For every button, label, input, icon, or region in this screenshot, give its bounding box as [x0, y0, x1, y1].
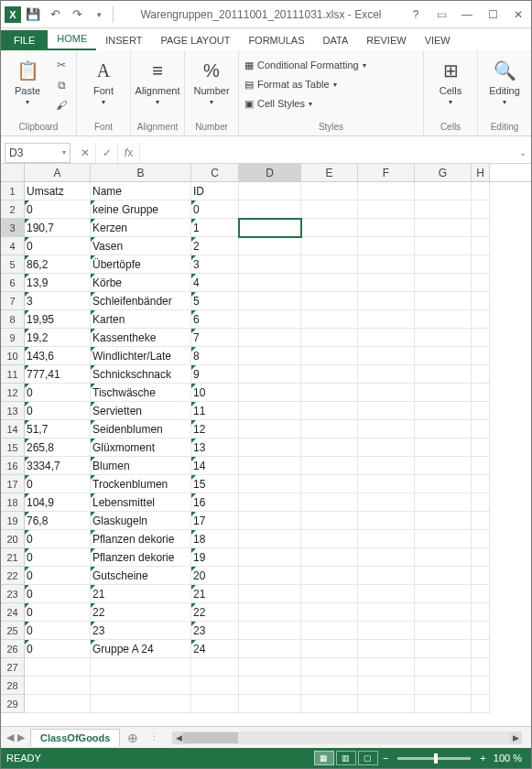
- cell-E19[interactable]: [301, 512, 358, 530]
- cell-E6[interactable]: [301, 274, 358, 292]
- qat-customize-icon[interactable]: ▾: [89, 5, 109, 25]
- cell-G13[interactable]: [415, 402, 472, 420]
- cell-E22[interactable]: [301, 567, 358, 585]
- cell-A13[interactable]: 0: [25, 402, 91, 420]
- save-icon[interactable]: 💾: [23, 5, 43, 25]
- cell-D4[interactable]: [239, 237, 301, 255]
- cell-E20[interactable]: [301, 530, 358, 548]
- col-header-A[interactable]: A: [25, 164, 91, 181]
- cell-B13[interactable]: Servietten: [91, 402, 191, 420]
- cell-styles-button[interactable]: ▣Cell Styles ▾: [244, 94, 312, 113]
- cell-H5[interactable]: [472, 255, 490, 274]
- cell-D7[interactable]: [239, 292, 301, 310]
- cell-H12[interactable]: [472, 384, 490, 402]
- cell-A15[interactable]: 265,8: [25, 439, 91, 457]
- cell-A16[interactable]: 3334,7: [25, 457, 91, 475]
- cell-G14[interactable]: [415, 420, 472, 439]
- maximize-icon[interactable]: ☐: [480, 5, 505, 25]
- cell-E8[interactable]: [301, 310, 358, 329]
- cell-G24[interactable]: [415, 603, 472, 622]
- cell-E2[interactable]: [301, 200, 358, 219]
- cell-C4[interactable]: 2: [191, 237, 239, 255]
- cell-F25[interactable]: [358, 622, 415, 640]
- cell-F29[interactable]: [358, 695, 415, 713]
- cell-E4[interactable]: [301, 237, 358, 255]
- cell-B16[interactable]: Blumen: [91, 457, 191, 475]
- cell-A17[interactable]: 0: [25, 475, 91, 493]
- cell-F13[interactable]: [358, 402, 415, 420]
- cell-G1[interactable]: [415, 182, 472, 200]
- cell-F27[interactable]: [358, 658, 415, 677]
- cell-D8[interactable]: [239, 310, 301, 329]
- cell-H2[interactable]: [472, 200, 490, 219]
- cell-B7[interactable]: Schleifenbänder: [91, 292, 191, 310]
- cell-D12[interactable]: [239, 384, 301, 402]
- cell-F22[interactable]: [358, 567, 415, 585]
- cancel-formula-icon[interactable]: ✕: [74, 143, 96, 163]
- cell-B6[interactable]: Körbe: [91, 274, 191, 292]
- cell-B21[interactable]: Pflanzen dekorie: [91, 548, 191, 567]
- cell-A14[interactable]: 51,7: [25, 420, 91, 439]
- cell-G16[interactable]: [415, 457, 472, 475]
- zoom-in-icon[interactable]: +: [476, 753, 489, 764]
- cell-F23[interactable]: [358, 585, 415, 603]
- col-header-D[interactable]: D: [239, 164, 301, 181]
- cell-E10[interactable]: [301, 347, 358, 365]
- cell-B27[interactable]: [91, 658, 191, 677]
- cell-F16[interactable]: [358, 457, 415, 475]
- cell-D19[interactable]: [239, 512, 301, 530]
- cell-A28[interactable]: [25, 677, 91, 695]
- row-header[interactable]: 23: [1, 585, 25, 603]
- tab-file[interactable]: FILE: [1, 30, 48, 50]
- number-button[interactable]: %Number▾: [190, 56, 233, 106]
- cell-G6[interactable]: [415, 274, 472, 292]
- cell-F3[interactable]: [358, 219, 415, 237]
- cell-G9[interactable]: [415, 329, 472, 347]
- cell-H24[interactable]: [472, 603, 490, 622]
- row-header[interactable]: 25: [1, 622, 25, 640]
- excel-icon[interactable]: X: [5, 6, 21, 23]
- cell-B3[interactable]: Kerzen: [91, 219, 191, 237]
- cell-C12[interactable]: 10: [191, 384, 239, 402]
- cell-H15[interactable]: [472, 439, 490, 457]
- cell-C15[interactable]: 13: [191, 439, 239, 457]
- cell-A3[interactable]: 190,7: [25, 219, 91, 237]
- cell-E24[interactable]: [301, 603, 358, 622]
- cell-F14[interactable]: [358, 420, 415, 439]
- scroll-right-icon[interactable]: ▶: [509, 731, 522, 744]
- cell-B11[interactable]: Schnickschnack: [91, 365, 191, 384]
- cell-E29[interactable]: [301, 695, 358, 713]
- cell-G17[interactable]: [415, 475, 472, 493]
- cell-H9[interactable]: [472, 329, 490, 347]
- cell-F18[interactable]: [358, 493, 415, 512]
- font-button[interactable]: AFont▾: [82, 56, 125, 106]
- cell-A20[interactable]: 0: [25, 530, 91, 548]
- horizontal-scrollbar[interactable]: ◀ ▶: [172, 731, 522, 744]
- cell-A25[interactable]: 0: [25, 622, 91, 640]
- cell-H23[interactable]: [472, 585, 490, 603]
- cell-G20[interactable]: [415, 530, 472, 548]
- cell-F12[interactable]: [358, 384, 415, 402]
- cell-G25[interactable]: [415, 622, 472, 640]
- cell-E12[interactable]: [301, 384, 358, 402]
- row-header[interactable]: 8: [1, 310, 25, 329]
- fx-icon[interactable]: fx: [118, 143, 140, 163]
- name-box[interactable]: D3▾: [5, 143, 71, 163]
- cell-G19[interactable]: [415, 512, 472, 530]
- cell-C24[interactable]: 22: [191, 603, 239, 622]
- cell-D24[interactable]: [239, 603, 301, 622]
- cell-E16[interactable]: [301, 457, 358, 475]
- cell-B17[interactable]: Trockenblumen: [91, 475, 191, 493]
- cell-C11[interactable]: 9: [191, 365, 239, 384]
- scroll-thumb[interactable]: [183, 732, 238, 743]
- sheet-tab-active[interactable]: ClassOfGoods: [30, 729, 120, 746]
- conditional-formatting-button[interactable]: ▦Conditional Formatting ▾: [244, 56, 366, 74]
- cell-F2[interactable]: [358, 200, 415, 219]
- cell-F11[interactable]: [358, 365, 415, 384]
- cell-B12[interactable]: Tischwäsche: [91, 384, 191, 402]
- cell-F21[interactable]: [358, 548, 415, 567]
- cell-D28[interactable]: [239, 677, 301, 695]
- row-header[interactable]: 9: [1, 329, 25, 347]
- cell-H8[interactable]: [472, 310, 490, 329]
- row-header[interactable]: 17: [1, 475, 25, 493]
